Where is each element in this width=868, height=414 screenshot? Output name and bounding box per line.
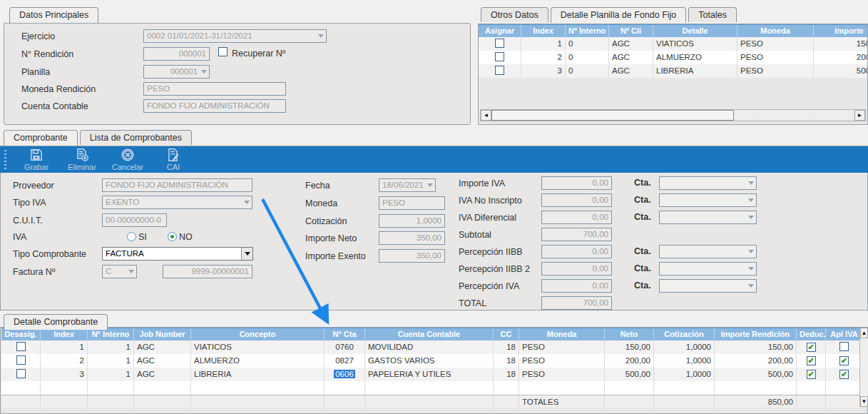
table-row[interactable]: 20AGCALMUERZOPESO200,00 bbox=[479, 51, 867, 64]
percepci-n-iibb-cta-combobox[interactable] bbox=[659, 245, 757, 258]
apl-iva-checkbox[interactable] bbox=[839, 342, 849, 351]
totales-cell bbox=[41, 395, 88, 408]
percepci-n-iibb-2-cta-combobox[interactable] bbox=[659, 262, 757, 276]
cell-concepto: VIATICOS bbox=[191, 340, 325, 354]
proveedor-input[interactable]: FONDO FIJO ADMINISTRACIÓN bbox=[102, 178, 252, 192]
cell-interno: 1 bbox=[88, 354, 134, 368]
table-row[interactable]: 30AGCLIBRERIAPESO500,00 bbox=[479, 64, 867, 78]
tab-datos-principales[interactable]: Datos Principales bbox=[9, 7, 98, 23]
scrollbar-thumb[interactable] bbox=[491, 110, 734, 121]
tab-detalle-comprobante[interactable]: Detalle Comprobante bbox=[4, 314, 108, 330]
ejercicio-combobox[interactable]: 0002 01/01/2021-31/12/2021 bbox=[143, 29, 327, 43]
scroll-right-icon[interactable]: ► bbox=[854, 110, 865, 121]
cell-importe-rendicion: 150,00 bbox=[715, 340, 797, 354]
scroll-up-icon[interactable]: ▲ bbox=[860, 328, 868, 338]
chevron-down-icon bbox=[748, 181, 754, 185]
scroll-down-icon[interactable]: ▼ bbox=[860, 396, 868, 407]
percepci-n-iva-input[interactable]: 0,00 bbox=[541, 279, 612, 293]
cell-ncta[interactable]: 0760 bbox=[325, 340, 365, 354]
cai-button[interactable]: CAI bbox=[150, 147, 196, 173]
iva-no-inscripto-input[interactable]: 0,00 bbox=[541, 193, 612, 207]
tab-detalle-planilla-de-fondo-fijo[interactable]: Detalle Planilla de Fondo Fijo bbox=[551, 7, 687, 23]
apl-iva-checkbox[interactable]: ✔ bbox=[839, 370, 849, 379]
empty-cell bbox=[134, 381, 191, 395]
cuenta-contable-input[interactable]: FONDO FIJO ADMINISTRACIÓN bbox=[143, 99, 286, 113]
moneda-input[interactable]: PESO bbox=[379, 196, 445, 210]
desasig-checkbox[interactable] bbox=[16, 342, 26, 351]
totales-cell bbox=[654, 395, 715, 408]
planilla-tabbar: Otros DatosDetalle Planilla de Fondo Fij… bbox=[481, 7, 737, 22]
grabar-button[interactable]: Grabar bbox=[14, 147, 59, 173]
planilla-horizontal-scrollbar[interactable]: ◄ ► bbox=[480, 109, 866, 121]
deduc-checkbox[interactable]: ✔ bbox=[807, 356, 816, 365]
desasig-checkbox[interactable] bbox=[16, 369, 26, 378]
selected-cell[interactable]: 0606 bbox=[334, 370, 355, 378]
fecha-combobox[interactable]: 18/06/2021 bbox=[379, 178, 436, 192]
deduc-checkbox[interactable]: ✔ bbox=[807, 370, 816, 379]
importe-iva-cta-combobox[interactable] bbox=[659, 176, 757, 190]
cuit-input[interactable]: 00-00000000-0 bbox=[102, 213, 167, 227]
chevron-down-icon[interactable] bbox=[241, 248, 252, 260]
toolbar-button-label: Eliminar bbox=[68, 163, 96, 171]
iva-no-radio[interactable] bbox=[168, 232, 177, 241]
deduc-checkbox[interactable]: ✔ bbox=[807, 343, 816, 352]
recuperar-checkbox[interactable] bbox=[218, 47, 228, 56]
recuperar-label: Recuperar Nº bbox=[232, 49, 285, 59]
apl-iva-checkbox[interactable]: ✔ bbox=[839, 356, 849, 365]
totales-cell bbox=[365, 395, 494, 408]
tipo-iva-combobox[interactable]: EXENTO bbox=[102, 196, 252, 209]
percepci-n-iibb-input[interactable]: 0,00 bbox=[541, 245, 612, 258]
importe-neto-input[interactable]: 350,00 bbox=[379, 231, 445, 245]
moneda-label: Moneda bbox=[305, 198, 337, 208]
percepci-n-iva-cta-combobox[interactable] bbox=[659, 279, 757, 293]
planilla-combobox[interactable]: 000001 bbox=[143, 65, 210, 79]
asignar-checkbox[interactable] bbox=[495, 66, 504, 75]
cell-ncta[interactable]: 0827 bbox=[325, 354, 365, 368]
cuenta-contable-label: Cuenta Contable bbox=[21, 101, 88, 111]
total-input[interactable]: 700,00 bbox=[541, 296, 612, 310]
factura-numero-input[interactable]: 9999-00000001 bbox=[163, 265, 252, 278]
column-header: Importe bbox=[814, 25, 867, 37]
tab-comprobante[interactable]: Comprobante bbox=[4, 130, 78, 146]
cell-importe: 150,00 bbox=[814, 37, 867, 51]
percepci-n-iibb-2-cta-label: Cta. bbox=[634, 263, 651, 273]
empty-cell bbox=[325, 381, 365, 395]
moneda-rendicion-label: Moneda Rendición bbox=[21, 84, 96, 94]
tab-lista-de-comprobantes[interactable]: Lista de Comprobantes bbox=[80, 130, 192, 145]
table-row[interactable]: 21AGCALMUERZO0827GASTOS VARIOS18PESO200,… bbox=[1, 354, 859, 368]
detalle-vertical-scrollbar[interactable]: ▲ ▼ bbox=[859, 328, 868, 407]
percepci-n-iibb-cta-label: Cta. bbox=[634, 246, 651, 256]
cell-ncta[interactable]: 0606 bbox=[325, 368, 365, 381]
tab-totales[interactable]: Totales bbox=[688, 7, 737, 22]
iva-no-inscripto-cta-combobox[interactable] bbox=[659, 193, 757, 207]
importe-iva-input[interactable]: 0,00 bbox=[541, 176, 612, 190]
ncta-value[interactable]: 0760 bbox=[335, 343, 354, 351]
table-row[interactable]: 11AGCVIATICOS0760MOVILIDAD18PESO150,001,… bbox=[1, 340, 859, 354]
iva-diferencial-cta-combobox[interactable] bbox=[659, 211, 757, 224]
tipo-comprobante-combobox[interactable]: FACTURA bbox=[102, 247, 253, 261]
eliminar-button[interactable]: Eliminar bbox=[59, 147, 105, 173]
percepci-n-iibb-2-input[interactable]: 0,00 bbox=[541, 262, 612, 276]
asignar-checkbox[interactable] bbox=[495, 52, 504, 61]
scroll-left-icon[interactable]: ◄ bbox=[481, 110, 491, 121]
subtotal-input[interactable]: 700,00 bbox=[541, 228, 612, 241]
moneda-rendicion-input[interactable]: PESO bbox=[143, 82, 286, 96]
table-row[interactable]: 31AGCLIBRERIA0606PAPELERIA Y UTILES18PES… bbox=[1, 368, 859, 381]
planilla-grid: AsignarIndexNº InternoNº CliDetalleMoned… bbox=[479, 24, 867, 79]
column-header: Moneda bbox=[519, 328, 605, 340]
ncta-value[interactable]: 0827 bbox=[335, 356, 354, 365]
toolbar-grip-handle[interactable] bbox=[4, 150, 6, 170]
iva-diferencial-input[interactable]: 0,00 bbox=[541, 211, 612, 224]
cancelar-button[interactable]: Cancelar bbox=[105, 147, 150, 173]
desasig-checkbox[interactable] bbox=[16, 355, 26, 365]
rendicion-input[interactable]: 000001 bbox=[143, 47, 210, 61]
table-row[interactable]: 10AGCVIATICOSPESO150,00 bbox=[479, 37, 867, 51]
importe-exento-input[interactable]: 350,00 bbox=[379, 249, 445, 263]
planilla-panel: AsignarIndexNº InternoNº CliDetalleMoned… bbox=[478, 24, 868, 125]
scrollbar-track[interactable] bbox=[491, 110, 854, 121]
asignar-checkbox[interactable] bbox=[495, 39, 504, 48]
tab-otros-datos[interactable]: Otros Datos bbox=[481, 7, 548, 22]
factura-letra-combobox[interactable]: C bbox=[102, 265, 137, 278]
iva-si-radio[interactable] bbox=[127, 232, 136, 241]
cotizacion-input[interactable]: 1,0000 bbox=[379, 214, 445, 228]
